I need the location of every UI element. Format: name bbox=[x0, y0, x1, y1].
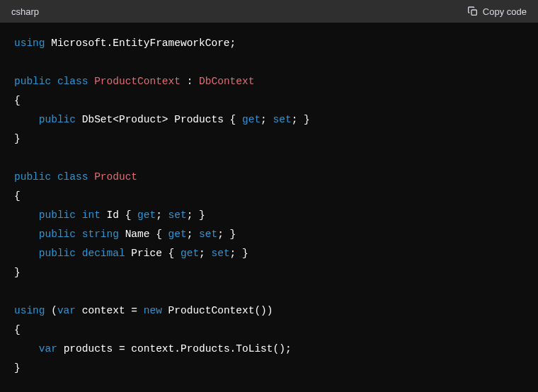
code-line bbox=[14, 149, 524, 168]
code-line: public int Id { get; set; } bbox=[14, 206, 524, 225]
code-line: using (var context = new ProductContext(… bbox=[14, 301, 524, 321]
code-line: } bbox=[14, 129, 524, 149]
code-line: { bbox=[14, 321, 524, 340]
code-line: public DbSet<Product> Products { get; se… bbox=[14, 110, 524, 129]
code-line: { bbox=[14, 91, 524, 110]
copy-icon bbox=[467, 6, 479, 17]
svg-rect-0 bbox=[471, 10, 476, 15]
copy-code-label: Copy code bbox=[483, 6, 527, 17]
code-line: public class Product bbox=[14, 168, 524, 187]
code-line bbox=[14, 53, 524, 72]
code-line: { bbox=[14, 187, 524, 206]
copy-code-button[interactable]: Copy code bbox=[467, 6, 527, 17]
code-line bbox=[14, 282, 524, 301]
code-line: using Microsoft.EntityFrameworkCore; bbox=[14, 34, 524, 53]
language-label: csharp bbox=[11, 6, 39, 17]
code-line: public decimal Price { get; set; } bbox=[14, 244, 524, 263]
code-line: } bbox=[14, 359, 524, 378]
code-line: var products = context.Products.ToList()… bbox=[14, 340, 524, 359]
code-line: public class ProductContext : DbContext bbox=[14, 72, 524, 91]
code-line: } bbox=[14, 263, 524, 282]
code-header: csharp Copy code bbox=[0, 0, 538, 23]
code-line: public string Name { get; set; } bbox=[14, 225, 524, 244]
code-block: using Microsoft.EntityFrameworkCore; pub… bbox=[0, 23, 538, 389]
